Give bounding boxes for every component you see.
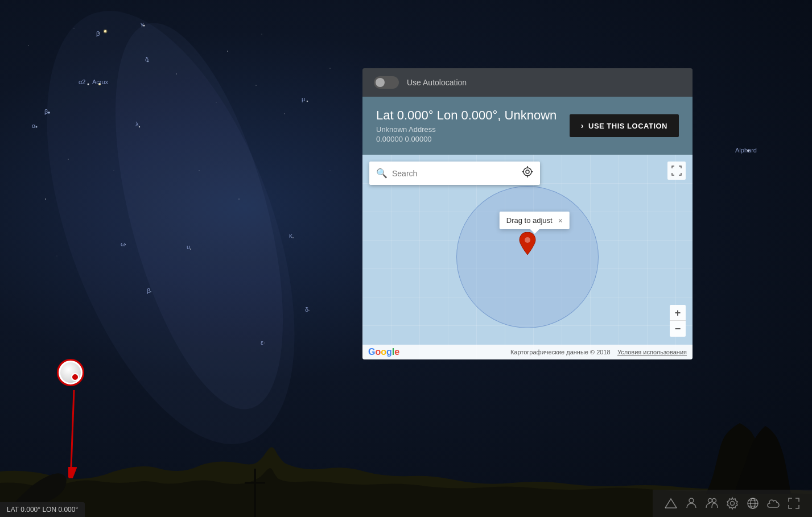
star-label-delta1: δ	[145, 56, 149, 63]
location-info-section: Lat 0.000° Lon 0.000°, Unknown Unknown A…	[362, 97, 693, 155]
drag-tooltip-close[interactable]: ×	[558, 217, 563, 225]
star-label-alpha2: α2	[79, 78, 85, 85]
svg-point-16	[255, 85, 256, 85]
svg-point-17	[284, 113, 285, 114]
svg-point-14	[176, 73, 177, 75]
toolbar-fullscreen-icon[interactable]	[785, 494, 803, 512]
google-logo: Google	[368, 347, 399, 357]
location-arrow	[68, 387, 114, 478]
locate-button[interactable]	[522, 166, 533, 180]
svg-point-6	[88, 84, 89, 85]
star-label-kappa: κ	[289, 232, 292, 239]
svg-point-41	[524, 168, 531, 176]
star-label-mu: μ	[302, 96, 305, 102]
svg-point-24	[308, 310, 310, 311]
autolocation-row: Use Autolocation	[362, 68, 693, 97]
zoom-in-button[interactable]: +	[670, 305, 686, 321]
svg-point-47	[525, 237, 530, 243]
svg-point-25	[264, 342, 265, 343]
map-terms-text[interactable]: Условия использования	[617, 349, 687, 355]
location-text-group: Lat 0.000° Lon 0.000°, Unknown Unknown A…	[376, 108, 560, 143]
map-search-bar: 🔍	[369, 162, 540, 185]
location-address: Unknown Address	[376, 125, 560, 134]
map-fullscreen-button[interactable]	[667, 162, 686, 180]
toggle-knob	[376, 78, 385, 87]
star-label-lambda: λ	[135, 121, 139, 127]
drag-tooltip-text: Drag to adjust	[506, 216, 553, 225]
star-label-beta2: β	[96, 30, 100, 37]
star-label-gamma: γ	[141, 20, 144, 27]
svg-point-10	[139, 126, 140, 127]
svg-point-12	[45, 198, 46, 200]
svg-point-19	[238, 198, 240, 200]
star-label-upsilon: υ	[187, 243, 190, 250]
use-location-button[interactable]: › USE THIS LOCATION	[570, 114, 679, 137]
star-label-beta1: β	[44, 108, 48, 115]
gps-icon	[522, 166, 533, 177]
svg-point-26	[28, 45, 28, 46]
svg-point-22	[292, 237, 294, 238]
svg-point-31	[329, 170, 330, 171]
map-attribution: Картографические данные © 2018 Условия и…	[510, 349, 687, 355]
svg-point-15	[227, 51, 228, 52]
star-label-acrux: Acrux	[92, 78, 108, 85]
map-pin[interactable]	[519, 232, 536, 257]
search-icon: 🔍	[376, 168, 388, 179]
chevron-icon: ›	[581, 121, 584, 130]
svg-point-52	[731, 502, 735, 506]
toolbar-globe-icon[interactable]	[744, 494, 762, 512]
zoom-out-button[interactable]: −	[670, 321, 686, 337]
svg-point-13	[68, 159, 69, 160]
toolbar-settings-icon[interactable]	[723, 494, 741, 512]
star-label-beta3: β	[147, 287, 150, 294]
map-zoom-controls: + −	[670, 305, 686, 337]
star-label-alpha: α	[32, 122, 35, 129]
status-coords: LAT 0.000° LON 0.000°	[7, 506, 78, 514]
svg-point-27	[73, 28, 74, 28]
pin-svg	[519, 232, 536, 255]
svg-point-33	[261, 34, 262, 34]
map-container[interactable]: 🔍	[362, 155, 693, 359]
avatar-red-dot	[71, 373, 79, 381]
svg-point-30	[329, 68, 330, 68]
toolbar-group-icon[interactable]	[703, 494, 721, 512]
toolbar-cloud-icon[interactable]	[764, 494, 782, 512]
status-bar: LAT 0.000° LON 0.000°	[0, 502, 85, 517]
autolocation-label: Use Autolocation	[407, 78, 467, 87]
svg-point-18	[199, 170, 199, 171]
svg-point-28	[113, 170, 114, 171]
svg-point-29	[216, 102, 217, 103]
location-panel: Use Autolocation Lat 0.000° Lon 0.000°, …	[362, 68, 693, 359]
star-label-delta2: δ	[305, 306, 308, 313]
use-location-label: USE THIS LOCATION	[588, 122, 667, 130]
svg-point-51	[712, 499, 716, 503]
map-data-text: Картографические данные © 2018	[510, 349, 611, 355]
fullscreen-icon	[671, 166, 682, 176]
svg-line-40	[71, 390, 74, 467]
svg-point-32	[57, 256, 57, 257]
svg-point-9	[36, 126, 38, 128]
map-search-input[interactable]	[392, 169, 517, 178]
toolbar-angle-icon[interactable]	[662, 494, 680, 512]
map-footer: Google Картографические данные © 2018 Ус…	[362, 345, 693, 359]
location-coords-detail: 0.00000 0.00000	[376, 135, 560, 143]
svg-point-42	[526, 170, 529, 173]
svg-point-50	[708, 499, 712, 503]
avatar	[57, 359, 84, 386]
svg-point-11	[307, 101, 308, 102]
star-label-epsilon: ε	[261, 339, 263, 346]
location-title: Lat 0.000° Lon 0.000°, Unknown	[376, 108, 560, 123]
accuracy-circle	[456, 186, 599, 328]
map-content	[362, 155, 693, 359]
bottom-toolbar	[653, 490, 812, 517]
drag-tooltip: Drag to adjust ×	[500, 212, 570, 229]
star-label-omega: ω	[121, 241, 126, 247]
autolocation-toggle[interactable]	[374, 76, 399, 89]
avatar-container	[57, 359, 84, 386]
svg-point-21	[190, 249, 191, 250]
svg-point-49	[689, 498, 694, 503]
toolbar-person-icon[interactable]	[682, 494, 700, 512]
star-label-alphard: Alphard	[735, 147, 757, 154]
svg-point-35	[104, 30, 106, 32]
svg-point-8	[48, 111, 50, 114]
